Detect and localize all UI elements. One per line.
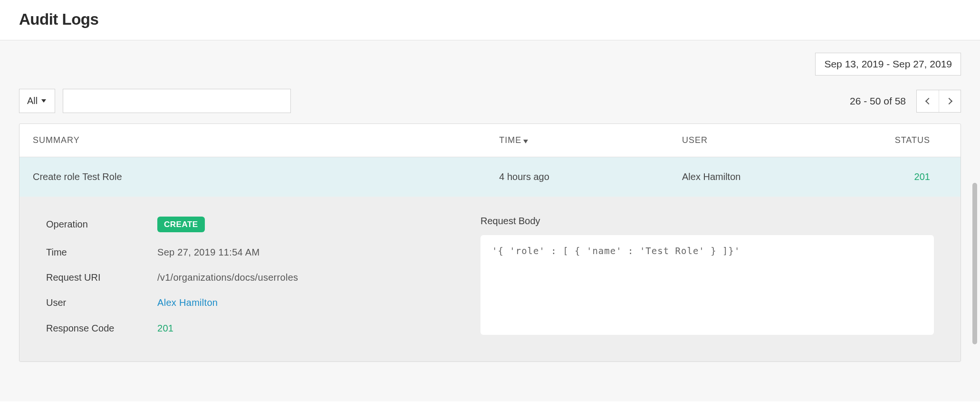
date-range-picker[interactable]: Sep 13, 2019 - Sep 27, 2019 [815, 53, 961, 76]
detail-code-label: Response Code [46, 323, 146, 334]
row-status: 201 [865, 171, 947, 182]
table-header: SUMMARY TIME USER STATUS [19, 124, 961, 157]
page-header: Audit Logs [0, 0, 980, 40]
detail-operation-label: Operation [46, 219, 146, 230]
toolbar-top: Sep 13, 2019 - Sep 27, 2019 [19, 53, 961, 76]
detail-uri-label: Request URI [46, 272, 146, 283]
detail-user-link[interactable]: Alex Hamilton [157, 297, 463, 308]
request-body-label: Request Body [480, 216, 934, 227]
row-time: 4 hours ago [499, 171, 682, 182]
table-row[interactable]: Create role Test Role 4 hours ago Alex H… [19, 157, 961, 197]
next-page-button[interactable] [939, 90, 961, 112]
pagination-text: 26 - 50 of 58 [850, 95, 906, 107]
filter-dropdown[interactable]: All [19, 89, 55, 113]
col-header-user[interactable]: USER [682, 135, 865, 145]
page-title: Audit Logs [19, 10, 961, 28]
row-summary: Create role Test Role [33, 171, 499, 182]
search-input[interactable] [63, 89, 291, 113]
col-header-status[interactable]: STATUS [865, 135, 947, 145]
col-header-status-label: STATUS [895, 135, 930, 145]
detail-user-label: User [46, 297, 146, 308]
chevron-right-icon [945, 97, 952, 104]
detail-operation-value: CREATE [157, 217, 463, 232]
toolbar-mid: All 26 - 50 of 58 [19, 89, 961, 113]
row-user: Alex Hamilton [682, 171, 865, 182]
row-detail-panel: Operation CREATE Time Sep 27, 2019 11:54… [19, 197, 961, 361]
col-header-time-label: TIME [499, 135, 521, 145]
detail-code-value: 201 [157, 323, 463, 334]
request-body-box: '{ 'role' : [ { 'name' : 'Test Role' } ]… [480, 235, 934, 335]
chevron-left-icon [925, 97, 932, 104]
detail-uri-value: /v1/organizations/docs/userroles [157, 272, 463, 283]
caret-down-icon [41, 99, 46, 103]
filter-controls: All [19, 89, 291, 113]
col-header-time[interactable]: TIME [499, 135, 682, 145]
content-area: Sep 13, 2019 - Sep 27, 2019 All 26 - 50 … [0, 40, 980, 401]
detail-body: Request Body '{ 'role' : [ { 'name' : 'T… [480, 216, 934, 335]
prev-page-button[interactable] [917, 90, 939, 112]
col-header-user-label: USER [682, 135, 708, 145]
scrollbar-thumb[interactable] [972, 183, 977, 344]
detail-fields: Operation CREATE Time Sep 27, 2019 11:54… [46, 216, 463, 335]
col-header-summary-label: SUMMARY [33, 135, 80, 145]
status-value: 201 [914, 171, 930, 182]
audit-log-table: SUMMARY TIME USER STATUS Create role Tes… [19, 123, 961, 362]
detail-time-value: Sep 27, 2019 11:54 AM [157, 247, 463, 258]
col-header-summary[interactable]: SUMMARY [33, 135, 499, 145]
detail-time-label: Time [46, 247, 146, 258]
pagination-controls: 26 - 50 of 58 [850, 90, 961, 113]
pager [916, 90, 961, 113]
date-range-label: Sep 13, 2019 - Sep 27, 2019 [824, 58, 952, 69]
sort-desc-icon [523, 140, 528, 143]
operation-badge: CREATE [157, 217, 205, 232]
filter-label: All [27, 95, 38, 106]
